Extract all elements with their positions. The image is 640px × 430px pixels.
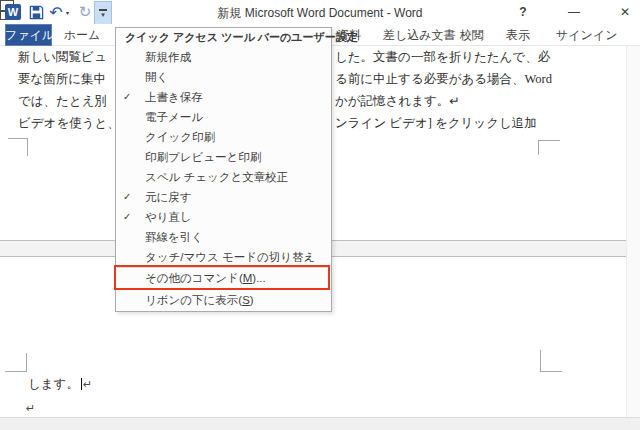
minimize-button[interactable]: —: [566, 5, 582, 19]
doc-text-line: 新しい閲覧ビュ: [18, 50, 107, 64]
text-boundary-mark: [8, 138, 28, 156]
doc-text-line: かが記憶されます。↵: [335, 94, 460, 108]
menu-item-more-commands[interactable]: その他のコマンド(M)...: [116, 268, 331, 289]
chevron-down-icon: ▾: [101, 12, 105, 18]
doc-text-line: 要な箇所に集中: [18, 72, 106, 86]
menu-item-spelling-grammar[interactable]: スペル チェックと文章校正: [116, 167, 331, 187]
check-icon: ✓: [123, 87, 131, 107]
customize-qat-button[interactable]: ▾: [94, 1, 112, 26]
text-boundary-mark: [538, 140, 560, 155]
sign-in-link[interactable]: サインイン: [556, 24, 617, 46]
menu-item-show-below-ribbon[interactable]: リボンの下に表示(S): [116, 290, 331, 310]
doc-text-line: では、たとえ別: [18, 94, 107, 108]
menu-item-redo[interactable]: ✓ やり直し: [116, 207, 331, 227]
word-app-icon[interactable]: W: [5, 4, 21, 20]
menu-item-print-preview[interactable]: 印刷プレビューと印刷: [116, 147, 331, 167]
paragraph-mark: ↵: [83, 378, 92, 390]
menu-item-open[interactable]: 開く: [116, 67, 331, 87]
check-icon: ✓: [123, 207, 131, 227]
menu-item-touch-mouse-mode[interactable]: タッチ/マウス モードの切り替え: [116, 247, 331, 267]
window-title: 新規 Microsoft Word Document - Word: [160, 5, 480, 22]
help-button[interactable]: ?: [515, 5, 531, 19]
check-icon: ✓: [123, 187, 131, 207]
tab-mailings[interactable]: 差し込み文書: [383, 24, 456, 46]
menu-item-save[interactable]: ✓ 上書き保存: [116, 87, 331, 107]
doc-text-line: る前に中止する必要がある場合、Word: [335, 72, 552, 86]
menu-header: クイック アクセス ツール バーのユーザー設定: [116, 28, 331, 47]
menu-item-quick-print[interactable]: クイック印刷: [116, 127, 331, 147]
text-cursor: [81, 378, 82, 390]
text-boundary-mark: [5, 353, 27, 372]
tab-file[interactable]: ファイル: [5, 24, 52, 46]
tab-home[interactable]: ホーム: [60, 24, 104, 46]
title-bar: W ↶ ▾ ↻ ▾ 新規 Microsoft Word Document - W…: [0, 0, 640, 24]
vertical-scrollbar[interactable]: [626, 46, 640, 417]
doc-text-line: します。↵: [28, 377, 92, 391]
doc-text-line: ビデオを使うと、: [18, 116, 120, 130]
menu-item-new[interactable]: 新規作成: [116, 47, 331, 67]
undo-dropdown-icon[interactable]: ▾: [66, 9, 69, 16]
menu-item-undo[interactable]: ✓ 元に戻す: [116, 187, 331, 207]
undo-icon[interactable]: ↶: [47, 3, 65, 21]
menu-item-draw-table[interactable]: 罫線を引く: [116, 227, 331, 247]
word-window: W ↶ ▾ ↻ ▾ 新規 Microsoft Word Document - W…: [0, 0, 640, 430]
tab-review[interactable]: 校閲: [460, 24, 484, 46]
text-boundary-mark: [540, 350, 562, 372]
save-icon[interactable]: [27, 3, 45, 21]
tab-view[interactable]: 表示: [506, 24, 530, 46]
doc-text-line: した。文書の一部を折りたたんで、必: [335, 50, 550, 64]
paragraph-mark: ↵: [26, 401, 35, 415]
qat-customize-menu: クイック アクセス ツール バーのユーザー設定 新規作成 開く ✓ 上書き保存 …: [115, 27, 332, 312]
close-button[interactable]: ✕: [617, 5, 633, 19]
menu-item-email[interactable]: 電子メール: [116, 107, 331, 127]
status-bar: [0, 417, 640, 430]
doc-text-line: ンライン ビデオ] をクリックし追加: [335, 116, 537, 130]
redo-icon[interactable]: ↻: [76, 3, 94, 21]
